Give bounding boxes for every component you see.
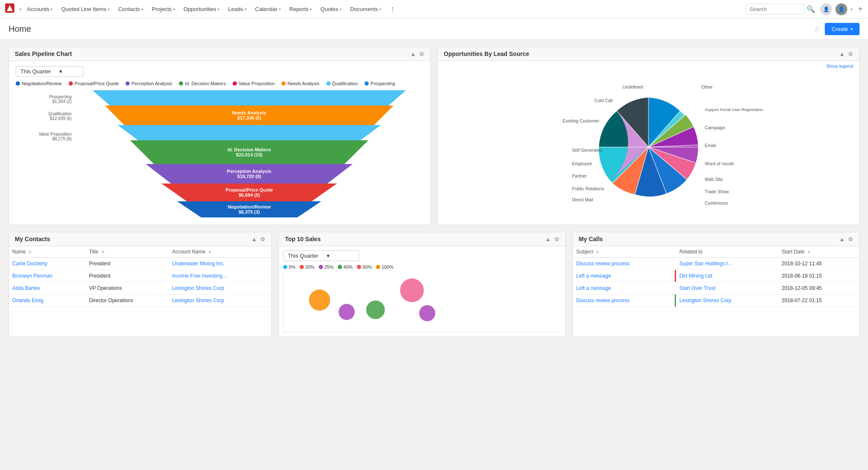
contact-name[interactable]: Carlie Docherty <box>9 258 86 270</box>
legend-dot-proposal <box>69 81 73 86</box>
sales-dropdown-arrow: ▾ <box>327 253 330 259</box>
navbar: ▾ Accounts ▾ Quoted Line Items ▾ Contact… <box>0 0 868 19</box>
contact-account[interactable]: Lexington Shores Corp <box>169 282 271 295</box>
account-sort-icon: ⇅ <box>208 250 211 254</box>
contact-account[interactable]: Underwater Mining Inc. <box>169 258 271 270</box>
favorite-button[interactable]: ☆ <box>814 25 821 34</box>
sales-settings[interactable]: ⚙ <box>554 236 559 242</box>
opps-header: Opportunities By Lead Source ▲ ⚙ <box>438 47 859 61</box>
contacts-col-name[interactable]: Name ⇅ <box>9 246 86 258</box>
legend-label-value-prop: Value Proposition <box>239 81 275 86</box>
sales-pipeline-body: This Quarter ▾ Negotiation/Review Propos… <box>9 61 430 222</box>
nav-calendar-arrow: ▾ <box>279 7 281 11</box>
create-button[interactable]: Create ▾ <box>825 23 860 35</box>
nav-opps-arrow: ▾ <box>217 7 220 11</box>
sales-pipeline-panel: Sales Pipeline Chart ▲ ⚙ This Quarter ▾ … <box>8 47 431 225</box>
legend-40pct: 40% <box>338 264 353 270</box>
pie-segments <box>599 97 698 196</box>
pie-label-undefined: Undefined <box>623 84 643 89</box>
nav-accounts[interactable]: Accounts ▾ <box>23 4 56 14</box>
sales-body: This Quarter ▾ 0% 20% 25% <box>279 246 565 337</box>
calls-col-related[interactable]: Related to <box>676 246 778 258</box>
brand-logo[interactable] <box>5 3 14 15</box>
contacts-collapse[interactable]: ▲ <box>251 236 257 242</box>
contact-name[interactable]: Bronwyn Penman <box>9 270 86 282</box>
call-subject[interactable]: Left a message <box>573 270 676 282</box>
nav-leads[interactable]: Leads ▾ <box>225 4 250 14</box>
legend-20pct: 20% <box>300 264 314 270</box>
opps-collapse[interactable]: ▲ <box>839 51 845 57</box>
legend-dot-50pct <box>357 265 361 269</box>
call-related[interactable]: Lexington Shores Corp <box>676 295 778 307</box>
legend-label-40pct: 40% <box>343 264 353 270</box>
funnel-container: Prospecting$1,394 (2) Qualification$12,4… <box>16 90 423 217</box>
call-subject[interactable]: Discuss review process <box>573 258 676 270</box>
notifications-icon[interactable]: 👤 <box>820 3 832 15</box>
opps-panel: Opportunities By Lead Source ▲ ⚙ Show le… <box>437 47 860 225</box>
create-label: Create <box>832 26 848 32</box>
opps-title: Opportunities By Lead Source <box>444 50 529 57</box>
contact-title: President <box>86 258 169 270</box>
sales-pipeline-collapse[interactable]: ▲ <box>410 51 416 57</box>
call-subject[interactable]: Discuss review process <box>573 295 676 307</box>
contact-name[interactable]: Orlando Emig <box>9 295 86 307</box>
call-related[interactable]: Super Star Holdings I... <box>676 258 778 270</box>
contact-name[interactable]: Alida Bartee <box>9 282 86 295</box>
sales-pipeline-settings[interactable]: ⚙ <box>419 51 424 57</box>
funnel-label-prospecting: Prospecting$1,394 (2) <box>16 95 72 104</box>
nav-documents[interactable]: Documents ▾ <box>347 4 385 14</box>
funnel-label-proposal-text: Proposal/Price Quote$6,694 (5) <box>225 187 273 197</box>
nav-accounts-arrow: ▾ <box>50 7 53 11</box>
contacts-table-row: Bronwyn Penman President Income Free Inv… <box>9 270 271 282</box>
nav-quoted-line-items[interactable]: Quoted Line Items ▾ <box>58 4 113 14</box>
search-icon[interactable]: 🔍 <box>807 5 815 13</box>
contact-account[interactable]: Lexington Shores Corp <box>169 295 271 307</box>
contacts-header: My Contacts ▲ ⚙ <box>9 232 271 246</box>
bubble-4 <box>400 278 424 302</box>
contact-account[interactable]: Income Free Investing ... <box>169 270 271 282</box>
nav-contacts[interactable]: Contacts ▾ <box>115 4 147 14</box>
brand-arrow[interactable]: ▾ <box>19 7 22 11</box>
contacts-table-header-row: Name ⇅ Title ⇅ Account Name ⇅ <box>9 246 271 258</box>
pie-label-partner: Partner <box>572 173 587 178</box>
calls-table: Subject ⇅ Related to Start Date ⇅ Discus… <box>573 246 859 307</box>
user-menu-arrow[interactable]: ▾ <box>851 7 853 11</box>
nav-reports[interactable]: Reports ▾ <box>286 4 316 14</box>
calls-col-date[interactable]: Start Date ⇅ <box>778 246 859 258</box>
show-legend-link[interactable]: Show legend <box>826 64 853 69</box>
legend-dot-25pct <box>319 265 323 269</box>
top-panel-row: Sales Pipeline Chart ▲ ⚙ This Quarter ▾ … <box>8 47 860 225</box>
nav-calendar[interactable]: Calendar ▾ <box>252 4 284 14</box>
add-button[interactable]: + <box>858 4 863 14</box>
user-avatar[interactable]: 👤 <box>835 3 847 15</box>
legend-dot-0pct <box>283 265 287 269</box>
call-related[interactable]: Start Over Trust <box>676 282 778 295</box>
sales-pipeline-title: Sales Pipeline Chart <box>15 50 72 57</box>
calls-table-body: Discuss review process Super Star Holdin… <box>573 258 859 307</box>
nav-projects[interactable]: Projects ▾ <box>148 4 178 14</box>
call-subject[interactable]: Left a message <box>573 282 676 295</box>
opps-settings[interactable]: ⚙ <box>848 51 853 57</box>
sales-period-dropdown[interactable]: This Quarter ▾ <box>283 250 359 261</box>
legend-label-negotiation: Negotiation/Review <box>22 81 62 86</box>
funnel-bar-needs: Needs Analysis$17,336 (5) <box>89 106 409 125</box>
legend-dot-40pct <box>338 265 342 269</box>
contacts-settings[interactable]: ⚙ <box>260 236 265 242</box>
nav-quotes[interactable]: Quotes ▾ <box>317 4 345 14</box>
subject-sort-icon: ⇅ <box>596 250 599 254</box>
calls-settings[interactable]: ⚙ <box>848 236 853 242</box>
nav-more[interactable]: ⋮ <box>387 4 399 14</box>
legend-value-prop: Value Proposition <box>233 81 275 86</box>
sales-collapse[interactable]: ▲ <box>545 236 551 242</box>
pipeline-period-dropdown[interactable]: This Quarter ▾ <box>16 66 83 77</box>
pie-chart-svg: Self Generated Employee Partner Public R… <box>446 75 851 219</box>
sales-header: Top 10 Sales ▲ ⚙ <box>279 232 565 246</box>
contacts-col-title[interactable]: Title ⇅ <box>86 246 169 258</box>
funnel-bar-value-prop <box>103 125 395 140</box>
search-input[interactable] <box>746 4 805 14</box>
contacts-col-account[interactable]: Account Name ⇅ <box>169 246 271 258</box>
nav-opportunities[interactable]: Opportunities ▾ <box>180 4 223 14</box>
calls-col-subject[interactable]: Subject ⇅ <box>573 246 676 258</box>
calls-collapse[interactable]: ▲ <box>839 236 845 242</box>
call-related[interactable]: Dirt Mining Ltd <box>676 270 778 282</box>
